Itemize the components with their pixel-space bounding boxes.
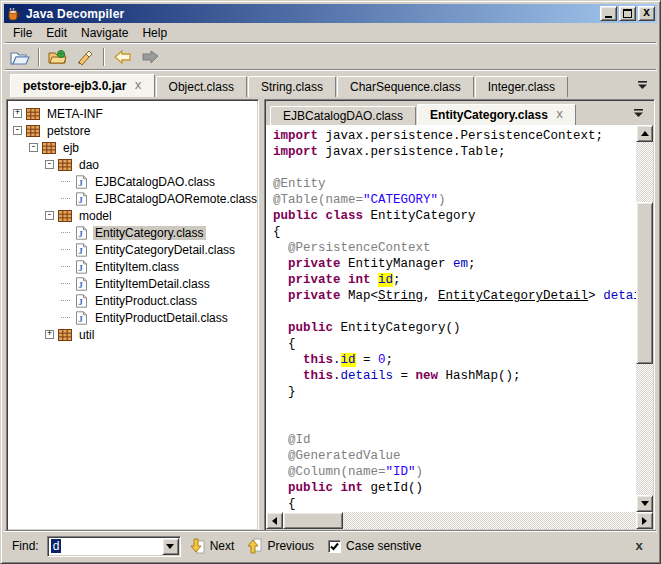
tree-item-entityproductdetail-class[interactable]: JEntityProductDetail.class	[11, 309, 256, 326]
forward-button[interactable]	[138, 46, 162, 68]
arrow-down-icon	[166, 544, 174, 549]
tree-item-ejbcatalogdao-class[interactable]: JEJBCatalogDAO.class	[11, 173, 256, 190]
source-code-view[interactable]: import javax.persistence.PersistenceCont…	[266, 125, 636, 512]
tab-integer-class[interactable]: Integer.class	[475, 76, 568, 97]
code-line: {	[273, 336, 636, 352]
package-tree-panel[interactable]: +META-INF-petstore-ejb-daoJEJBCatalogDAO…	[6, 99, 259, 531]
tree-item-petstore[interactable]: -petstore	[11, 122, 256, 139]
tree-item-model[interactable]: -model	[11, 207, 256, 224]
editor-tab-ejbcatalogdao-class[interactable]: EJBCatalogDAO.class	[270, 106, 416, 125]
code-line: @Entity	[273, 176, 636, 192]
code-line: public class EntityCategory	[273, 208, 636, 224]
tab-charsequence-class[interactable]: CharSequence.class	[337, 76, 474, 97]
code-line: {	[273, 224, 636, 240]
scroll-down-button[interactable]	[636, 495, 653, 512]
java-class-icon: J	[73, 192, 89, 206]
svg-text:J: J	[78, 177, 83, 187]
tab-label: String.class	[261, 80, 323, 94]
open-type-button[interactable]	[46, 46, 70, 68]
tree-item-util[interactable]: +util	[11, 326, 256, 343]
code-line: import javax.persistence.Table;	[273, 144, 636, 160]
scroll-left-button[interactable]	[266, 512, 283, 529]
java-class-icon: J	[73, 311, 89, 325]
search-icon	[76, 49, 94, 65]
scroll-up-button[interactable]	[636, 125, 653, 142]
menu-item-file[interactable]: File	[6, 24, 39, 42]
tree-toggle-icon[interactable]: -	[13, 126, 22, 135]
package-icon	[57, 328, 73, 342]
tree-item-entityproduct-class[interactable]: JEntityProduct.class	[11, 292, 256, 309]
find-dropdown-button[interactable]	[162, 538, 179, 555]
back-button[interactable]	[111, 46, 135, 68]
tree-connector	[61, 283, 70, 284]
close-button[interactable]: X	[638, 6, 655, 21]
tab-string-class[interactable]: String.class	[248, 76, 336, 97]
menu-item-navigate[interactable]: Navigate	[74, 24, 135, 42]
tree-toggle-icon[interactable]: -	[29, 143, 38, 152]
java-class-icon: J	[73, 277, 89, 291]
vertical-scroll-track[interactable]	[636, 142, 653, 495]
find-combobox[interactable]: d	[47, 536, 181, 557]
case-sensitive-toggle[interactable]: Case senstive	[324, 537, 425, 555]
tree-toggle-icon[interactable]: +	[45, 330, 54, 339]
tab-close-icon[interactable]: x	[556, 108, 563, 122]
tab-object-class[interactable]: Object.class	[156, 76, 247, 97]
tree-item-label: model	[77, 209, 114, 223]
vertical-scroll-thumb[interactable]	[636, 202, 653, 364]
app-window: Java Decompiler X FileEditNavigateHelp	[0, 0, 661, 564]
search-button[interactable]	[73, 46, 97, 68]
editor-tab-bar: EJBCatalogDAO.classEntityCategory.classx	[266, 101, 653, 125]
code-line: @GeneratedValue	[273, 448, 636, 464]
minimize-button[interactable]	[600, 6, 617, 21]
horizontal-scroll-thumb[interactable]	[283, 512, 343, 529]
title-bar[interactable]: Java Decompiler X	[4, 4, 657, 23]
main-tab-bar: petstore-ejb3.0.jarxObject.classString.c…	[4, 70, 657, 97]
case-sensitive-checkbox[interactable]	[328, 540, 341, 553]
tree-item-entitycategorydetail-class[interactable]: JEntityCategoryDetail.class	[11, 241, 256, 258]
tree-item-entitycategory-class[interactable]: JEntityCategory.class	[11, 224, 256, 241]
tree-item-label: petstore	[45, 124, 92, 138]
find-previous-button[interactable]: Previous	[244, 536, 318, 556]
scroll-right-button[interactable]	[636, 512, 653, 529]
tree-item-entityitemdetail-class[interactable]: JEntityItemDetail.class	[11, 275, 256, 292]
find-input[interactable]: d	[48, 537, 161, 556]
menu-item-edit[interactable]: Edit	[39, 24, 74, 42]
horizontal-scrollbar[interactable]	[266, 512, 653, 529]
back-icon	[114, 50, 132, 64]
arrow-right-icon	[642, 517, 647, 525]
vertical-scrollbar[interactable]	[636, 125, 653, 512]
tree-item-label: EntityCategory.class	[93, 226, 206, 240]
tree-toggle-icon[interactable]: -	[45, 211, 54, 220]
package-icon	[41, 141, 57, 155]
tree-item-meta-inf[interactable]: +META-INF	[11, 105, 256, 122]
tree-item-dao[interactable]: -dao	[11, 156, 256, 173]
tree-item-label: EntityItemDetail.class	[93, 277, 212, 291]
tab-label: Object.class	[169, 80, 234, 94]
code-line: @Table(name="CATEGORY")	[273, 192, 636, 208]
tree-toggle-icon[interactable]: +	[13, 109, 22, 118]
open-file-button[interactable]	[8, 46, 32, 68]
editor-tab-list-dropdown-button[interactable]	[631, 107, 645, 119]
find-close-button[interactable]: x	[629, 539, 649, 554]
find-next-button[interactable]: Next	[187, 536, 239, 556]
horizontal-scroll-track[interactable]	[283, 512, 636, 529]
svg-text:J: J	[78, 194, 83, 204]
package-icon	[25, 124, 41, 138]
tree-item-label: META-INF	[45, 107, 105, 121]
tab-close-icon[interactable]: x	[134, 79, 141, 93]
editor-tab-entitycategory-class[interactable]: EntityCategory.classx	[417, 104, 576, 125]
arrow-left-icon	[272, 517, 277, 525]
code-line	[273, 400, 636, 416]
tab-list-dropdown-button[interactable]	[635, 79, 649, 91]
chevron-down-icon	[634, 109, 643, 117]
menu-item-help[interactable]: Help	[135, 24, 174, 42]
tree-item-ejbcatalogdaoremote-class[interactable]: JEJBCatalogDAORemote.class	[11, 190, 256, 207]
tree-item-ejb[interactable]: -ejb	[11, 139, 256, 156]
tree-item-label: EJBCatalogDAO.class	[93, 175, 217, 189]
tree-toggle-icon[interactable]: -	[45, 160, 54, 169]
tree-item-entityitem-class[interactable]: JEntityItem.class	[11, 258, 256, 275]
maximize-button[interactable]	[619, 6, 636, 21]
find-previous-label: Previous	[267, 539, 314, 553]
tab-petstore-ejb3-0-jar[interactable]: petstore-ejb3.0.jarx	[10, 74, 155, 97]
java-class-icon: J	[73, 175, 89, 189]
